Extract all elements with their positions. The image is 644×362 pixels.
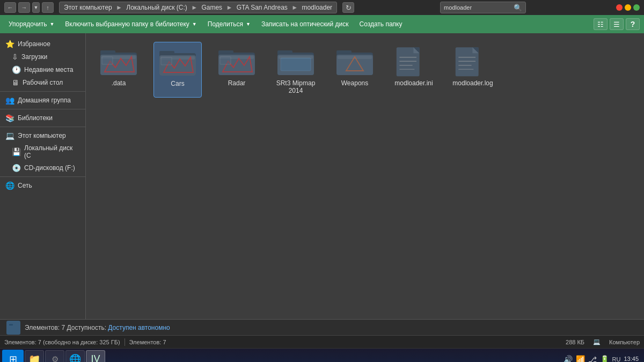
svg-rect-17 xyxy=(220,57,231,64)
organize-button[interactable]: Упорядочить ▼ xyxy=(4,18,58,30)
sound-icon[interactable]: 🔊 xyxy=(564,355,573,363)
search-bar[interactable]: 🔍 xyxy=(440,2,526,13)
file-item-srt3[interactable]: SRt3 Mipmap2014 xyxy=(272,42,320,98)
refresh-button[interactable]: ↻ xyxy=(342,2,354,13)
sidebar-separator-3 xyxy=(0,127,85,127)
burn-button[interactable]: Записать на оптический диск xyxy=(257,18,353,30)
folder-icon xyxy=(158,46,197,78)
cd-icon: 💿 xyxy=(12,164,21,172)
view-toggle-button[interactable]: ☰ xyxy=(610,18,624,30)
sidebar-item-this-pc[interactable]: 💻 Этот компьютер xyxy=(0,129,85,142)
sidebar-item-network[interactable]: 🌐 Сеть xyxy=(0,179,85,192)
minimize-icon[interactable] xyxy=(625,4,631,11)
svg-rect-24 xyxy=(336,50,352,55)
preview-thumb xyxy=(6,321,20,335)
sidebar-item-recent[interactable]: 🕐 Недавние места xyxy=(0,63,85,76)
file-name: Radar xyxy=(228,79,246,87)
up-button[interactable]: ↑ xyxy=(42,2,54,13)
steam-icon: ⚙ xyxy=(52,354,58,363)
toolbar: Упорядочить ▼ Включить выбранную папку в… xyxy=(0,15,644,33)
sidebar-item-local-disk[interactable]: 💾 Локальный диск (С xyxy=(0,142,85,161)
homegroup-icon: 👥 xyxy=(5,96,14,105)
sidebar-separator-1 xyxy=(0,91,85,92)
file-item-weapons[interactable]: Weapons xyxy=(331,42,379,98)
folder-icon xyxy=(335,45,374,77)
include-library-button[interactable]: Включить выбранную папку в библиотеку ▼ xyxy=(61,18,201,30)
folder-icon xyxy=(99,45,138,77)
breadcrumb[interactable]: Этот компьютер ► Локальный диск (C:) ► G… xyxy=(59,2,337,13)
clock-time: 13:45 xyxy=(624,355,639,362)
folder-icon xyxy=(276,45,315,77)
sidebar-item-cd-drive[interactable]: 💿 CD-дисковод (F:) xyxy=(0,161,85,174)
explorer-icon: 📁 xyxy=(28,353,40,363)
file-item-radar[interactable]: Radar xyxy=(213,42,261,98)
file-name: SRt3 Mipmap2014 xyxy=(276,79,316,94)
file-item-modloader-log[interactable]: modloader.log xyxy=(449,42,497,98)
taskbar-gta-button[interactable]: IV xyxy=(86,350,105,363)
taskbar-steam-button[interactable]: ⚙ xyxy=(45,350,64,363)
forward-button[interactable]: → xyxy=(18,2,30,13)
folder-icon xyxy=(217,45,256,77)
computer-section: 💻 Этот компьютер 💾 Локальный диск (С 💿 C… xyxy=(0,129,85,174)
svg-rect-43 xyxy=(9,324,13,326)
bottom-separator xyxy=(125,338,125,346)
bluetooth-icon[interactable]: ⎇ xyxy=(588,355,597,363)
library-icon: 📚 xyxy=(5,114,14,122)
clock: 13:45 xyxy=(624,355,639,362)
start-button[interactable]: ⊞ xyxy=(2,350,24,363)
close-icon[interactable] xyxy=(616,4,623,11)
main-area: ⭐ Избранное ⇩ Загрузки 🕐 Недавние места … xyxy=(0,33,644,319)
svg-rect-1 xyxy=(100,50,115,55)
recent-locations-button[interactable]: ▼ xyxy=(32,2,40,13)
share-button[interactable]: Поделиться ▼ xyxy=(203,18,255,30)
status-bar: Элементов: 7 Доступность: Доступен автон… xyxy=(0,319,644,335)
back-button[interactable]: ← xyxy=(4,2,16,13)
new-folder-button[interactable]: Создать папку xyxy=(355,18,406,30)
file-item-cars[interactable]: Cars xyxy=(153,42,202,98)
svg-rect-19 xyxy=(277,50,292,55)
availability-text: Доступен автономно xyxy=(108,324,170,331)
sidebar-item-desktop[interactable]: 🖥 Рабочий стол xyxy=(0,76,85,89)
file-item-data[interactable]: .data xyxy=(94,42,143,98)
sidebar-item-downloads[interactable]: ⇩ Загрузки xyxy=(0,50,85,63)
svg-rect-22 xyxy=(281,58,311,71)
taskbar-right: 🔊 📶 ⎇ 🔋 RU 13:45 xyxy=(564,355,642,363)
file-document-icon xyxy=(453,45,492,77)
toolbar-right: ☷ ☰ ? xyxy=(594,18,640,30)
svg-rect-5 xyxy=(102,57,113,64)
desktop-icon: 🖥 xyxy=(12,78,19,87)
file-name: modloader.ini xyxy=(394,79,433,87)
bottom-bar-right: 288 КБ 💻 Компьютер xyxy=(566,338,640,345)
svg-rect-13 xyxy=(218,50,233,55)
taskbar: ⊞ 📁 ⚙ 🌐 IV 🔊 📶 ⎇ 🔋 RU 13:45 xyxy=(0,348,644,362)
network-icon: 🌐 xyxy=(5,181,14,190)
bottom-bar: Элементов: 7 (свободно на диске: 325 ГБ)… xyxy=(0,335,644,348)
clock-icon: 🕐 xyxy=(12,65,21,74)
location-text: Компьютер xyxy=(609,339,640,345)
maximize-icon[interactable] xyxy=(633,4,640,11)
view-options-button[interactable]: ☷ xyxy=(594,18,608,30)
file-item-modloader-ini[interactable]: modloader.ini xyxy=(390,42,438,98)
network-sys-icon[interactable]: 📶 xyxy=(576,355,585,363)
breadcrumb-text: Этот компьютер ► Локальный диск (C:) ► G… xyxy=(64,4,332,11)
item-count: Элементов: 7 xyxy=(129,339,166,345)
libraries-section: 📚 Библиотеки xyxy=(0,112,85,124)
taskbar-chrome-button[interactable]: 🌐 xyxy=(65,350,85,363)
computer-icon: 💻 xyxy=(5,131,14,140)
search-icon: 🔍 xyxy=(514,4,522,12)
sidebar-item-favorites[interactable]: ⭐ Избранное xyxy=(0,38,85,50)
status-info: Элементов: 7 Доступность: Доступен автон… xyxy=(25,324,170,331)
svg-rect-42 xyxy=(9,325,18,332)
help-button[interactable]: ? xyxy=(626,18,640,30)
search-input[interactable] xyxy=(444,4,514,11)
battery-icon[interactable]: 🔋 xyxy=(600,355,609,363)
disk-icon: 💾 xyxy=(12,147,21,156)
share-dropdown-icon: ▼ xyxy=(246,21,251,27)
taskbar-explorer-button[interactable]: 📁 xyxy=(25,350,44,363)
lang-icon: RU xyxy=(612,356,621,363)
title-bar-left: ← → ▼ ↑ Этот компьютер ► Локальный диск … xyxy=(4,2,354,13)
svg-rect-11 xyxy=(161,57,172,65)
sidebar-item-libraries[interactable]: 📚 Библиотеки xyxy=(0,112,85,124)
sidebar-item-homegroup[interactable]: 👥 Домашняя группа xyxy=(0,94,85,107)
organize-dropdown-icon: ▼ xyxy=(49,21,54,27)
